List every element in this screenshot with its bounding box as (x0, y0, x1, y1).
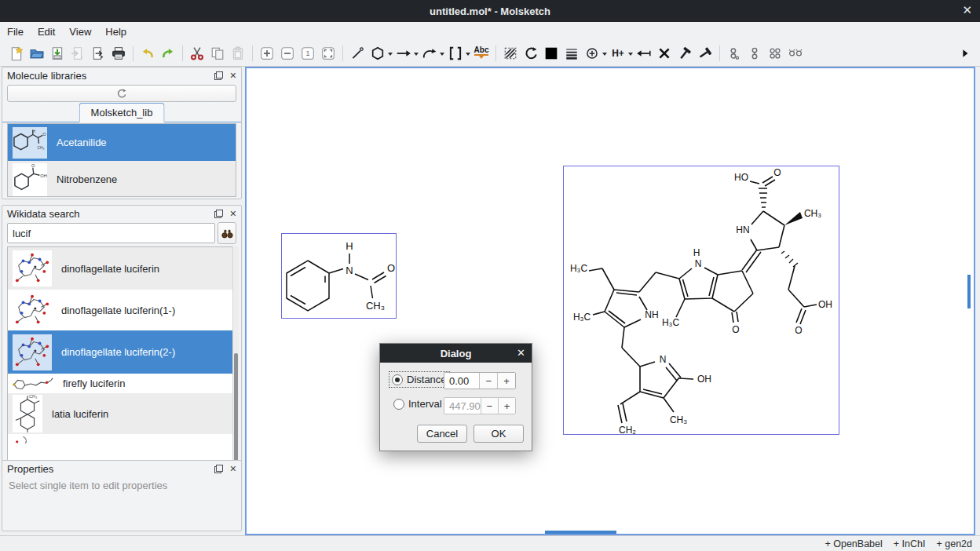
menu-edit[interactable]: Edit (31, 24, 62, 39)
acetanilide-structure[interactable]: H N O CH₃ (282, 234, 396, 318)
text-tool-icon: Abc (474, 46, 489, 56)
selection-box-luciferin[interactable]: HO O CH₃ HN H N H₃C H₃C NH H₃C O OH O N … (563, 166, 839, 435)
paste-button[interactable] (228, 43, 248, 64)
mechanism-tool-2[interactable] (695, 43, 715, 64)
list-item-dinoflagellate-luciferin-1[interactable]: dinoflagellate luciferin(1-) (8, 290, 236, 330)
export-button[interactable] (88, 43, 108, 64)
open-file-button[interactable] (27, 43, 47, 64)
svg-text:H: H (693, 247, 700, 258)
luciferin-structure[interactable]: HO O CH₃ HN H N H₃C H₃C NH H₃C O OH O N … (564, 166, 839, 434)
drawing-canvas[interactable]: H N O CH₃ (245, 67, 975, 535)
interval-radio[interactable] (393, 399, 404, 410)
draw-bond-tool[interactable] (347, 43, 368, 64)
list-item-dinoflagellate-luciferin[interactable]: dinoflagellate luciferin (8, 247, 236, 290)
svg-text:HO: HO (734, 172, 748, 183)
arrow-tool-dropdown[interactable] (414, 53, 419, 58)
hydrogen-tool-dropdown[interactable] (628, 53, 633, 58)
libraries-float-icon[interactable] (214, 71, 223, 80)
color-swatch-button[interactable] (541, 43, 561, 64)
line-width-button[interactable] (561, 43, 582, 64)
interval-value[interactable]: 447.90 (444, 398, 481, 414)
delete-tool[interactable] (654, 43, 675, 64)
list-item-firefly-luciferin[interactable]: firefly luciferin (8, 374, 236, 393)
tab-molsketch-lib[interactable]: Molsketch_lib (79, 103, 165, 122)
import-button[interactable] (68, 43, 88, 64)
save-button[interactable] (47, 43, 68, 64)
curved-arrow-dropdown[interactable] (440, 53, 444, 58)
ring-tool-dropdown[interactable] (388, 53, 393, 58)
libraries-refresh-button[interactable] (7, 85, 236, 102)
interval-increment-button[interactable]: + (498, 398, 515, 414)
interval-decrement-button[interactable]: − (481, 398, 498, 414)
list-item-nitrobenzene[interactable]: Nitrobenzene (8, 161, 236, 197)
print-button[interactable] (108, 43, 129, 64)
list-item-latia-luciferin[interactable]: latia luciferin (8, 393, 236, 434)
search-button[interactable] (218, 222, 236, 244)
ring-tool[interactable] (368, 43, 388, 64)
copy-button[interactable] (207, 43, 228, 64)
redo-button[interactable] (158, 43, 178, 64)
undo-button[interactable] (137, 43, 158, 64)
cancel-button[interactable]: Cancel (417, 425, 467, 443)
chain-tool-1[interactable] (724, 43, 744, 64)
dialog-title-bar[interactable]: Dialog ✕ (380, 344, 532, 363)
canvas-hscroll-thumb[interactable] (545, 531, 616, 534)
new-document-button[interactable] (6, 43, 27, 64)
zoom-in-button[interactable] (257, 43, 277, 64)
bracket-tool[interactable] (445, 43, 466, 64)
toolbar-extension-button[interactable] (955, 43, 975, 64)
distance-increment-button[interactable]: + (497, 373, 515, 389)
distance-radio-group[interactable]: Distance (389, 372, 449, 387)
ring-pair-icon (748, 46, 762, 60)
menu-view[interactable]: View (62, 24, 98, 39)
libraries-close-icon[interactable]: × (230, 71, 236, 80)
charge-tool-dropdown[interactable] (602, 53, 607, 58)
ok-button[interactable]: OK (474, 425, 524, 443)
search-input[interactable] (7, 223, 215, 243)
zoom-original-button[interactable]: 1 (298, 43, 318, 64)
mechanism-arrow-tool[interactable] (419, 43, 440, 64)
canvas-vscroll-thumb[interactable] (967, 275, 971, 308)
selection-box-acetanilide[interactable]: H N O CH₃ (281, 233, 397, 319)
menu-file[interactable]: File (0, 24, 31, 39)
dialog-close-icon[interactable]: ✕ (517, 347, 525, 359)
svg-text:CH₃: CH₃ (366, 300, 385, 312)
chain-tool-4[interactable] (785, 43, 806, 64)
ring-chain-icon (727, 46, 741, 60)
list-item-dinoflagellate-luciferin-2[interactable]: dinoflagellate luciferin(2-) (8, 330, 236, 374)
extension-arrow-icon (960, 48, 971, 59)
distance-radio[interactable] (392, 374, 403, 385)
sidebar: Molecule libraries × Molsketch_lib Aceta… (0, 67, 243, 535)
distance-decrement-button[interactable]: − (479, 373, 497, 389)
interval-spinbox[interactable]: 447.90 − + (444, 397, 516, 414)
charge-tool[interactable] (582, 43, 602, 64)
undo-icon (141, 46, 155, 60)
properties-float-icon[interactable] (214, 465, 223, 473)
properties-close-icon[interactable]: × (230, 465, 236, 473)
svg-text:N: N (695, 258, 702, 269)
lone-pair-tool[interactable] (634, 43, 654, 64)
chain-tool-2[interactable] (744, 43, 765, 64)
wikidata-float-icon[interactable] (214, 210, 223, 218)
wikidata-close-icon[interactable]: × (230, 210, 236, 218)
text-tool[interactable]: Abc (471, 43, 492, 64)
hatch-selection-tool[interactable] (500, 43, 521, 64)
zoom-out-button[interactable] (277, 43, 298, 64)
list-item-acetanilide[interactable]: Acetanilide (8, 124, 236, 161)
hydrogen-tool[interactable]: H+ (608, 43, 628, 64)
bracket-tool-dropdown[interactable] (466, 53, 470, 58)
rotate-tool[interactable] (521, 43, 541, 64)
ring-duo-icon (788, 46, 803, 60)
zoom-fit-button[interactable] (318, 43, 338, 64)
molecule-libraries-panel: Molecule libraries × Molsketch_lib Aceta… (2, 67, 242, 199)
reaction-arrow-tool[interactable] (393, 43, 414, 64)
window-close-icon[interactable]: ✕ (962, 3, 972, 17)
distance-value[interactable]: 0.00 (444, 373, 479, 389)
chain-tool-3[interactable] (765, 43, 785, 64)
menu-help[interactable]: Help (98, 24, 133, 39)
cut-button[interactable] (187, 43, 207, 64)
distance-spinbox[interactable]: 0.00 − + (444, 372, 516, 389)
dialog-window[interactable]: Dialog ✕ Distance 0.00 − + Interval 447.… (379, 343, 532, 451)
list-item-partial[interactable] (8, 434, 236, 445)
mechanism-tool-1[interactable] (675, 43, 695, 64)
